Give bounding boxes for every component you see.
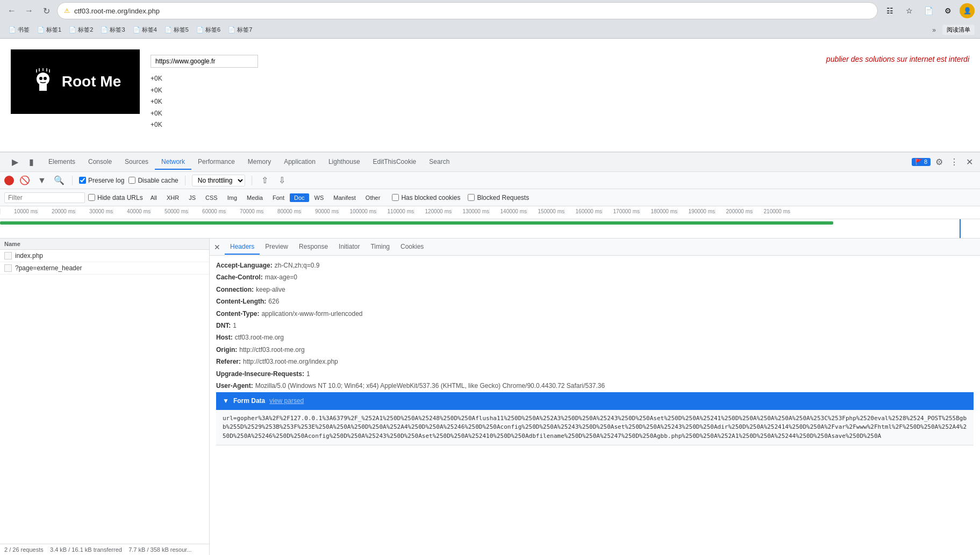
search-network-button[interactable]: 🔍 <box>53 174 66 187</box>
record-button[interactable] <box>4 176 14 185</box>
tab-network[interactable]: Network <box>155 155 191 170</box>
detail-tab-response[interactable]: Response <box>294 240 333 255</box>
bookmark-item[interactable]: 📄 书签 <box>5 25 33 35</box>
detail-tab-cookies[interactable]: Cookies <box>395 240 429 255</box>
reload-button[interactable]: ↻ <box>40 4 53 17</box>
device-toggle-icon[interactable]: ▮ <box>25 156 38 169</box>
filter-xhr[interactable]: XHR <box>162 193 183 202</box>
more-bookmarks-button[interactable]: » <box>929 25 939 35</box>
table-row[interactable]: ?page=externe_header <box>0 262 209 275</box>
status-footer: 2 / 26 requests 3.4 kB / 16.1 kB transfe… <box>0 544 209 555</box>
hide-data-urls-label[interactable]: Hide data URLs <box>88 194 143 201</box>
tab-lighthouse[interactable]: Lighthouse <box>322 155 367 170</box>
more-options-icon[interactable]: ⋮ <box>948 156 961 169</box>
settings-icon[interactable]: ⚙ <box>933 156 946 169</box>
page-content: Root Me +0K +0K +0K +0K +0K publier des … <box>0 39 980 152</box>
table-row[interactable]: index.php <box>0 250 209 262</box>
form-data-toggle-icon: ▼ <box>223 395 229 406</box>
ok-item: +0K <box>151 85 258 97</box>
filter-img[interactable]: Img <box>223 193 241 202</box>
close-details-button[interactable]: ✕ <box>214 243 220 251</box>
reading-list-button[interactable]: 阅读清单 <box>942 25 975 35</box>
filter-css[interactable]: CSS <box>201 193 222 202</box>
preserve-log-checkbox[interactable] <box>79 177 86 184</box>
blocked-requests-checkbox[interactable] <box>468 194 475 201</box>
tab-performance[interactable]: Performance <box>191 155 241 170</box>
view-parsed-link[interactable]: view parsed <box>269 395 304 406</box>
tab-console[interactable]: Console <box>82 155 118 170</box>
filter-toggle-button[interactable]: ▼ <box>35 174 48 187</box>
bookmark-item[interactable]: 📄 标签1 <box>34 25 65 35</box>
blocked-requests-label[interactable]: Blocked Requests <box>468 194 529 201</box>
filter-all[interactable]: All <box>146 193 161 202</box>
form-data-section[interactable]: ▼ Form Data view parsed <box>216 392 974 409</box>
header-value: application/x-www-form-urlencoded <box>261 308 362 319</box>
header-value: max-age=0 <box>265 272 297 283</box>
header-row: Referer: http://ctf03.root-me.org/index.… <box>216 356 974 367</box>
tab-editthiscookie[interactable]: EditThisCookie <box>367 155 423 170</box>
tab-elements[interactable]: Elements <box>42 155 82 170</box>
rootme-logo: Root Me <box>11 49 140 114</box>
bookmark-item[interactable]: 📄 标签4 <box>130 25 160 35</box>
timeline-ruler: 10000 ms 20000 ms 30000 ms 40000 ms 5000… <box>0 206 980 219</box>
header-row: Content-Type: application/x-www-form-url… <box>216 308 974 319</box>
filter-other[interactable]: Other <box>361 193 385 202</box>
filter-js[interactable]: JS <box>184 193 200 202</box>
disable-cache-checkbox[interactable] <box>128 177 135 184</box>
close-devtools-icon[interactable]: ✕ <box>963 156 976 169</box>
detail-tab-initiator[interactable]: Initiator <box>333 240 365 255</box>
reader-button[interactable]: 📄 <box>921 3 936 18</box>
filter-manifest[interactable]: Manifest <box>329 193 360 202</box>
back-button[interactable]: ← <box>5 4 18 17</box>
bookmark-item[interactable]: 📄 标签6 <box>193 25 224 35</box>
address-bar[interactable]: ⚠ ctf03.root-me.org/index.php <box>57 2 878 19</box>
export-button[interactable]: ⇩ <box>276 174 289 187</box>
tick-9: 90000 ms <box>301 208 339 214</box>
filter-media[interactable]: Media <box>242 193 267 202</box>
detail-tab-preview[interactable]: Preview <box>260 240 294 255</box>
tick-8: 80000 ms <box>263 208 301 214</box>
has-blocked-cookies-checkbox[interactable] <box>392 194 399 201</box>
bookmark-item[interactable]: 📄 标签7 <box>225 25 255 35</box>
url-input[interactable] <box>151 55 258 68</box>
profile-button[interactable]: 👤 <box>960 3 975 18</box>
detail-tab-timing[interactable]: Timing <box>365 240 395 255</box>
tab-sources[interactable]: Sources <box>118 155 155 170</box>
extensions-button[interactable]: ☷ <box>882 3 897 18</box>
tab-application[interactable]: Application <box>277 155 322 170</box>
inspect-element-icon[interactable]: ▶ <box>9 156 22 169</box>
tab-search[interactable]: Search <box>423 155 456 170</box>
ok-item: +0K <box>151 73 258 85</box>
import-button[interactable]: ⇧ <box>259 174 271 187</box>
header-value: 626 <box>268 296 279 307</box>
timeline-green-bar <box>0 221 833 225</box>
filter-input[interactable] <box>4 192 85 203</box>
disable-cache-label[interactable]: Disable cache <box>128 177 178 184</box>
tick-11: 110000 ms <box>376 208 414 214</box>
header-name: Content-Length: <box>216 296 266 307</box>
forward-button[interactable]: → <box>23 4 35 17</box>
hide-data-urls-checkbox[interactable] <box>88 194 95 201</box>
tick-10: 100000 ms <box>339 208 376 214</box>
bookmark-item[interactable]: 📄 标签3 <box>97 25 128 35</box>
badge-count[interactable]: 🚩 8 <box>912 158 931 166</box>
ok-items: +0K +0K +0K +0K +0K <box>151 73 258 131</box>
bookmark-item[interactable]: 📄 标签5 <box>161 25 192 35</box>
throttle-select[interactable]: No throttling <box>192 175 245 186</box>
header-row: Host: ctf03.root-me.org <box>216 332 974 343</box>
settings-button[interactable]: ⚙ <box>940 3 955 18</box>
tab-memory[interactable]: Memory <box>241 155 277 170</box>
star-button[interactable]: ☆ <box>902 3 917 18</box>
clear-button[interactable]: 🚫 <box>18 174 31 187</box>
filter-doc[interactable]: Doc <box>290 193 309 202</box>
tick-20: 200000 ms <box>715 208 753 214</box>
detail-tab-headers[interactable]: Headers <box>225 240 260 255</box>
has-blocked-cookies-label[interactable]: Has blocked cookies <box>392 194 460 201</box>
bookmark-item[interactable]: 📄 标签2 <box>66 25 96 35</box>
devtools-tab-bar: ▶ ▮ Elements Console Sources Network Per… <box>0 153 980 172</box>
main-area: Name index.php ?page=externe_header 2 / … <box>0 239 980 555</box>
timeline-area[interactable]: 10000 ms 20000 ms 30000 ms 40000 ms 5000… <box>0 206 980 239</box>
preserve-log-label[interactable]: Preserve log <box>79 177 124 184</box>
filter-ws[interactable]: WS <box>310 193 328 202</box>
filter-font[interactable]: Font <box>268 193 289 202</box>
